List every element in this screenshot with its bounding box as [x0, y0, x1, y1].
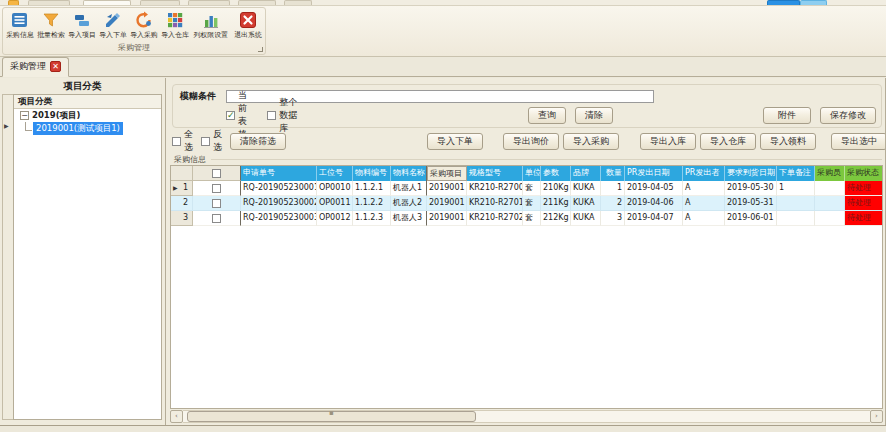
cell-purchase-project[interactable]: 2019001: [427, 211, 467, 226]
cell-purchase-status[interactable]: 待处理: [845, 211, 883, 226]
window-button-stub[interactable]: [800, 0, 827, 5]
checkbox-whole-database[interactable]: 整个数据库: [267, 96, 302, 135]
checkbox-checked-icon[interactable]: [226, 111, 235, 120]
row-select-cell[interactable]: [193, 211, 241, 226]
cell-required-arrival-date[interactable]: 2019-05-30: [725, 181, 777, 196]
cell-material-no[interactable]: 1.1.2.1: [353, 181, 391, 196]
cell-material-name[interactable]: 机器人1: [391, 181, 427, 196]
column-header-request-no[interactable]: 申请单号: [241, 166, 317, 181]
column-header-quantity[interactable]: 数量: [601, 166, 625, 181]
cell-order-remark[interactable]: [777, 196, 815, 211]
column-header-pr-issue-date[interactable]: PR发出日期: [625, 166, 683, 181]
attachment-button[interactable]: 附件: [763, 107, 811, 124]
cell-pr-issuer[interactable]: A: [683, 196, 725, 211]
cell-buyer[interactable]: [815, 196, 845, 211]
ribbon-button-import-project[interactable]: 导入项目: [67, 9, 98, 40]
cell-order-remark[interactable]: [777, 211, 815, 226]
cell-quantity[interactable]: 1: [601, 181, 625, 196]
cell-order-remark[interactable]: 1: [777, 181, 815, 196]
cell-unit[interactable]: 套: [523, 181, 541, 196]
ribbon-button-purchase-info[interactable]: 采购信息: [5, 9, 36, 40]
ribbon-tab-stub[interactable]: [28, 0, 70, 5]
cell-pr-issuer[interactable]: A: [683, 181, 725, 196]
export-selected-button[interactable]: 导出选中: [831, 133, 885, 150]
cell-pr-issue-date[interactable]: 2019-04-06: [625, 196, 683, 211]
cell-station-no[interactable]: OP0011: [317, 196, 353, 211]
tree-node-2019001[interactable]: 2019001(测试项目1): [14, 122, 161, 135]
column-header-unit[interactable]: 单位: [523, 166, 541, 181]
group-dialog-launcher-icon[interactable]: [258, 47, 263, 52]
cell-material-no[interactable]: 1.1.2.2: [353, 196, 391, 211]
ribbon-tab-stub-active[interactable]: [83, 0, 131, 5]
cell-spec-model[interactable]: KR210-R2700: [467, 181, 523, 196]
checkbox-unchecked-icon[interactable]: [267, 111, 276, 120]
ribbon-button-import-warehouse[interactable]: 导入仓库: [159, 9, 190, 40]
ribbon-tab-stub[interactable]: [284, 0, 312, 5]
checkbox-unchecked-icon[interactable]: [201, 137, 210, 146]
row-select-cell[interactable]: [193, 196, 241, 211]
ribbon-button-column-permission[interactable]: 列权限设置: [190, 9, 232, 40]
save-changes-button[interactable]: 保存修改: [820, 107, 876, 124]
table-row-3[interactable]: 3RQ-201905230003OP00121.1.2.3机器人32019001…: [171, 211, 883, 226]
tab-purchase-management[interactable]: 采购管理 ✕: [2, 57, 69, 77]
column-header-station-no[interactable]: 工位号: [317, 166, 353, 181]
tab-close-icon[interactable]: ✕: [50, 61, 61, 72]
cell-pr-issue-date[interactable]: 2019-04-05: [625, 181, 683, 196]
import-material-button[interactable]: 导入领料: [760, 133, 816, 150]
import-order-button[interactable]: 导入下单: [427, 133, 483, 150]
window-button-stub[interactable]: [767, 0, 800, 5]
column-header-buyer[interactable]: 采购员: [815, 166, 845, 181]
cell-request-no[interactable]: RQ-201905230003: [241, 211, 317, 226]
cell-material-name[interactable]: 机器人2: [391, 196, 427, 211]
column-header-brand[interactable]: 品牌: [571, 166, 601, 181]
column-header-material-no[interactable]: 物料编号: [353, 166, 391, 181]
cell-buyer[interactable]: [815, 181, 845, 196]
cell-required-arrival-date[interactable]: 2019-06-01: [725, 211, 777, 226]
cell-spec-model[interactable]: KR210-R2702: [467, 211, 523, 226]
cell-request-no[interactable]: RQ-201905230002: [241, 196, 317, 211]
column-header-material-name[interactable]: 物料名称: [391, 166, 427, 181]
cell-quantity[interactable]: 2: [601, 196, 625, 211]
column-header-indicator[interactable]: [171, 166, 193, 181]
cell-buyer[interactable]: [815, 211, 845, 226]
cell-parameter[interactable]: 212Kg: [541, 211, 571, 226]
cell-parameter[interactable]: 210Kg: [541, 181, 571, 196]
cell-brand[interactable]: KUKA: [571, 196, 601, 211]
column-header-parameter[interactable]: 参数: [541, 166, 571, 181]
clear-button[interactable]: 清除: [575, 107, 613, 124]
ribbon-tab-stub[interactable]: [188, 0, 230, 5]
cell-purchase-status[interactable]: 待处理: [845, 181, 883, 196]
scrollbar-track[interactable]: [183, 410, 870, 423]
table-row-1[interactable]: ▶1RQ-201905230001OP00101.1.2.1机器人1201900…: [171, 181, 883, 196]
cell-unit[interactable]: 套: [523, 196, 541, 211]
row-checkbox[interactable]: [212, 199, 221, 208]
table-row-2[interactable]: 2RQ-201905230002OP00111.1.2.2机器人22019001…: [171, 196, 883, 211]
cell-brand[interactable]: KUKA: [571, 181, 601, 196]
cell-quantity[interactable]: 3: [601, 211, 625, 226]
cell-spec-model[interactable]: KR210-R2701: [467, 196, 523, 211]
scrollbar-thumb[interactable]: [187, 411, 476, 422]
row-checkbox[interactable]: [212, 214, 221, 223]
invert-select-checkbox-row[interactable]: 反选: [201, 128, 222, 154]
clear-filter-button[interactable]: 清除筛选: [230, 133, 286, 150]
import-warehouse-button[interactable]: 导入仓库: [700, 133, 756, 150]
cell-request-no[interactable]: RQ-201905230001: [241, 181, 317, 196]
column-header-required-arrival-date[interactable]: 要求到货日期: [725, 166, 777, 181]
column-header-purchase-status[interactable]: 采购状态: [845, 166, 883, 181]
cell-purchase-project[interactable]: 2019001: [427, 181, 467, 196]
cell-material-no[interactable]: 1.1.2.3: [353, 211, 391, 226]
select-all-header-checkbox[interactable]: [212, 169, 221, 178]
export-inquiry-button[interactable]: 导出询价: [503, 133, 559, 150]
checkbox-unchecked-icon[interactable]: [172, 137, 181, 146]
column-header-spec-model[interactable]: 规格型号: [467, 166, 523, 181]
scroll-left-icon[interactable]: ‹: [170, 410, 183, 423]
column-header-pr-issuer[interactable]: PR发出者: [683, 166, 725, 181]
cell-pr-issue-date[interactable]: 2019-04-07: [625, 211, 683, 226]
cell-station-no[interactable]: OP0012: [317, 211, 353, 226]
cell-purchase-status[interactable]: 待处理: [845, 196, 883, 211]
export-inbound-button[interactable]: 导出入库: [640, 133, 696, 150]
cell-brand[interactable]: KUKA: [571, 211, 601, 226]
collapse-icon[interactable]: −: [20, 111, 29, 120]
tree-node-2019[interactable]: − 2019(项目): [14, 109, 161, 122]
query-button[interactable]: 查询: [528, 107, 566, 124]
